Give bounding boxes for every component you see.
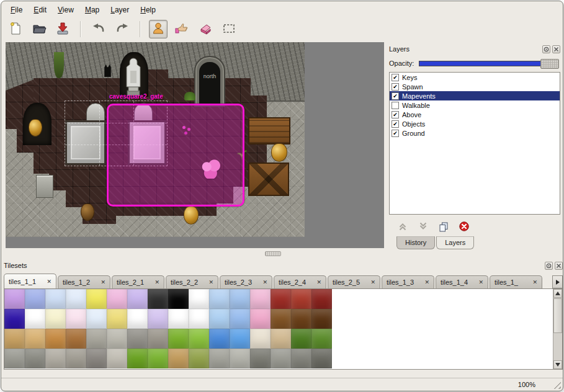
tileset-tab-tiles_2_1[interactable]: tiles_2_1✕ — [112, 275, 164, 288]
tileset-tile[interactable] — [86, 309, 107, 329]
tileset-tile[interactable] — [168, 329, 189, 349]
select-tool-button[interactable] — [220, 20, 238, 38]
tileset-tab-tiles_2_4[interactable]: tiles_2_4✕ — [274, 275, 326, 288]
float-panel-button[interactable] — [542, 45, 550, 53]
tileset-tab-tiles_1_2[interactable]: tiles_1_2✕ — [58, 275, 110, 288]
tileset-tile[interactable] — [209, 349, 230, 368]
tileset-tile[interactable] — [66, 309, 86, 329]
layer-visibility-checkbox[interactable] — [392, 102, 399, 109]
tab-close-icon[interactable]: ✕ — [532, 279, 537, 285]
tileset-tile[interactable] — [311, 329, 332, 349]
tileset-tile[interactable] — [209, 309, 230, 329]
duplicate-layer-button[interactable] — [437, 221, 450, 234]
tileset-tab-tiles_2_5[interactable]: tiles_2_5✕ — [328, 275, 380, 288]
tileset-tile[interactable] — [4, 289, 25, 309]
tileset-tile[interactable] — [107, 309, 127, 329]
tileset-tab-tiles_1_3[interactable]: tiles_1_3✕ — [382, 275, 434, 288]
tileset-tab-tiles_2_3[interactable]: tiles_2_3✕ — [220, 275, 272, 288]
tileset-tile[interactable] — [311, 349, 332, 368]
selection-rectangle[interactable] — [107, 104, 244, 207]
dock-tab-layers[interactable]: Layers — [436, 236, 474, 249]
vertical-scrollbar[interactable] — [553, 289, 562, 369]
eraser-tool-button[interactable] — [196, 20, 215, 38]
tileset-tile[interactable] — [250, 329, 271, 349]
close-panel-button[interactable] — [555, 262, 563, 270]
tileset-tile[interactable] — [168, 289, 189, 309]
map-viewport[interactable]: north cavesquare2_gate — [6, 42, 384, 248]
tileset-tile[interactable] — [250, 309, 271, 329]
tileset-tile[interactable] — [311, 289, 332, 309]
tileset-tile[interactable] — [311, 309, 332, 329]
tileset-tile[interactable] — [271, 309, 291, 329]
tileset-tile[interactable] — [250, 289, 271, 309]
tileset-tile[interactable] — [45, 349, 66, 368]
menu-layer[interactable]: Layer — [105, 4, 135, 16]
splitter-grip-icon[interactable] — [265, 251, 281, 256]
tileset-tile[interactable] — [189, 329, 209, 349]
tileset-tile[interactable] — [4, 349, 25, 368]
tileset-tile[interactable] — [25, 349, 45, 368]
tileset-tile[interactable] — [45, 309, 66, 329]
layer-row-objects[interactable]: ✔Objects — [390, 119, 560, 128]
tileset-tile[interactable] — [291, 289, 311, 309]
scrollbar-thumb[interactable] — [553, 298, 562, 333]
tileset-tile[interactable] — [291, 349, 311, 368]
tab-close-icon[interactable]: ✕ — [316, 279, 321, 285]
tab-close-icon[interactable]: ✕ — [208, 279, 213, 285]
layer-visibility-checkbox[interactable]: ✔ — [392, 83, 399, 91]
tab-close-icon[interactable]: ✕ — [101, 279, 105, 285]
map-canvas[interactable]: north cavesquare2_gate — [6, 42, 305, 237]
tileset-tile[interactable] — [86, 289, 107, 309]
tileset-tile[interactable] — [209, 289, 230, 309]
tab-close-icon[interactable]: ✕ — [424, 279, 429, 285]
tileset-tile[interactable] — [66, 289, 86, 309]
tileset-tile[interactable] — [189, 309, 209, 329]
tileset-tile[interactable] — [271, 329, 291, 349]
tileset-tile[interactable] — [189, 289, 209, 309]
tileset-tile[interactable] — [66, 329, 86, 349]
layer-row-above[interactable]: ✔Above — [390, 110, 560, 119]
tab-close-icon[interactable]: ✕ — [370, 279, 375, 285]
tileset-tile[interactable] — [148, 349, 168, 368]
tileset-tile[interactable] — [189, 349, 209, 368]
tab-close-icon[interactable]: ✕ — [47, 278, 51, 285]
new-button[interactable] — [6, 20, 25, 38]
float-panel-button[interactable] — [545, 262, 553, 270]
tileset-tile[interactable] — [107, 329, 127, 349]
tileset-view[interactable] — [4, 288, 563, 370]
menu-help[interactable]: Help — [135, 4, 161, 16]
scroll-up-button[interactable] — [553, 289, 562, 298]
layer-row-mapevents[interactable]: ✔Mapevents — [390, 91, 560, 100]
tileset-tile[interactable] — [168, 349, 189, 368]
opacity-slider-handle[interactable] — [540, 59, 559, 69]
tileset-tile[interactable] — [127, 329, 148, 349]
layer-row-ground[interactable]: ✔Ground — [390, 128, 560, 138]
stamp-tool-button[interactable] — [149, 20, 168, 38]
tileset-tile[interactable] — [271, 349, 291, 368]
layer-visibility-checkbox[interactable]: ✔ — [392, 120, 399, 128]
tab-close-icon[interactable]: ✕ — [262, 279, 267, 285]
tileset-tile[interactable] — [4, 309, 25, 329]
tileset-tile[interactable] — [107, 289, 127, 309]
tileset-tile[interactable] — [230, 309, 250, 329]
tileset-tile[interactable] — [230, 289, 250, 309]
resize-grip[interactable] — [553, 381, 561, 389]
tileset-tile[interactable] — [148, 309, 168, 329]
tileset-tile[interactable] — [209, 329, 230, 349]
tileset-tile[interactable] — [291, 329, 311, 349]
undo-button[interactable] — [89, 20, 108, 38]
opacity-slider[interactable] — [419, 61, 559, 66]
tileset-tile[interactable] — [230, 329, 250, 349]
scroll-down-button[interactable] — [553, 360, 562, 369]
tileset-tile[interactable] — [230, 349, 250, 368]
tileset-tile[interactable] — [250, 349, 271, 368]
delete-layer-button[interactable] — [458, 221, 470, 234]
tileset-tile[interactable] — [45, 289, 66, 309]
lower-layer-button[interactable] — [417, 221, 429, 234]
tileset-tile[interactable] — [66, 349, 86, 368]
tab-close-icon[interactable]: ✕ — [478, 279, 483, 285]
tileset-tab-tiles_1_1[interactable]: tiles_1_1✕ — [4, 274, 56, 288]
menu-map[interactable]: Map — [79, 4, 105, 16]
scroll-tabs-right-button[interactable] — [552, 275, 563, 288]
tileset-tile[interactable] — [45, 329, 66, 349]
